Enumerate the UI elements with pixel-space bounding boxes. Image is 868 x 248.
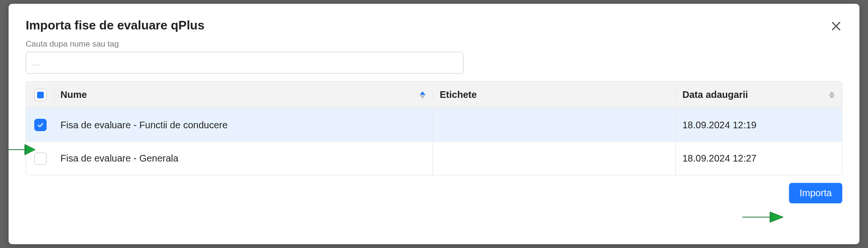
row-checkbox[interactable]: [34, 153, 47, 165]
row-name-cell: Fisa de evaluare - Generala: [55, 142, 433, 175]
check-icon: [37, 121, 44, 129]
row-date: 18.09.2024 12:19: [682, 120, 757, 131]
indeterminate-icon: [37, 92, 44, 98]
table-row[interactable]: Fisa de evaluare - Generala 18.09.2024 1…: [26, 142, 842, 175]
search-input[interactable]: [26, 52, 464, 74]
row-name-cell: Fisa de evaluare - Functii de conducere: [55, 108, 433, 142]
header-name-label: Nume: [60, 89, 87, 100]
header-name[interactable]: Nume: [55, 89, 433, 100]
modal-footer: Importa: [26, 183, 842, 203]
sort-icon: [829, 91, 835, 98]
sort-asc-icon: [829, 91, 835, 95]
row-date: 18.09.2024 12:27: [682, 153, 757, 164]
row-name: Fisa de evaluare - Generala: [60, 153, 178, 164]
import-button-label: Importa: [799, 188, 832, 198]
sort-icon: [419, 91, 426, 98]
modal-title: Importa fise de evaluare qPlus: [26, 18, 842, 33]
select-all-checkbox[interactable]: [34, 89, 47, 101]
row-tags-cell: [433, 108, 675, 142]
row-checkbox[interactable]: [34, 119, 47, 131]
header-date-label: Data adaugarii: [682, 89, 748, 100]
header-tags[interactable]: Etichete: [433, 89, 675, 100]
results-table: Nume Etichete Data adaugarii: [26, 81, 842, 175]
header-date[interactable]: Data adaugarii: [675, 89, 842, 100]
close-icon: [830, 20, 842, 32]
row-name: Fisa de evaluare - Functii de conducere: [60, 120, 227, 131]
header-tags-label: Etichete: [440, 89, 477, 100]
sort-asc-icon: [420, 91, 425, 95]
sort-desc-icon: [829, 95, 835, 98]
close-button[interactable]: [830, 20, 842, 32]
table-body: Fisa de evaluare - Functii de conducere …: [26, 108, 842, 175]
row-checkbox-cell: [26, 142, 55, 175]
search-label: Cauta dupa nume sau tag: [26, 39, 842, 49]
import-modal: Importa fise de evaluare qPlus Cauta dup…: [9, 4, 859, 244]
import-button[interactable]: Importa: [789, 183, 842, 203]
header-select-all-cell: [26, 89, 55, 101]
sort-desc-icon: [420, 95, 425, 98]
row-date-cell: 18.09.2024 12:19: [675, 108, 842, 142]
row-date-cell: 18.09.2024 12:27: [675, 142, 842, 175]
row-tags-cell: [433, 142, 675, 175]
row-checkbox-cell: [26, 108, 55, 142]
table-row[interactable]: Fisa de evaluare - Functii de conducere …: [26, 108, 842, 142]
table-header: Nume Etichete Data adaugarii: [26, 82, 842, 108]
